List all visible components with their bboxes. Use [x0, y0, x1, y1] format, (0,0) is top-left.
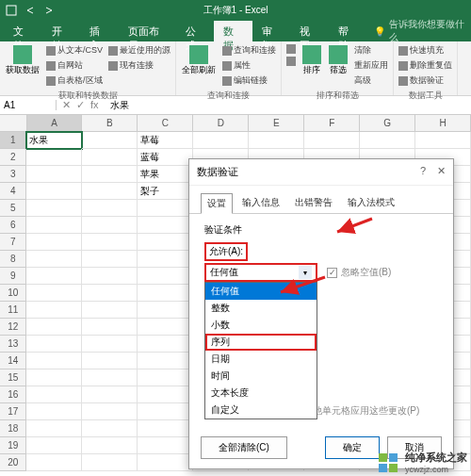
- cell[interactable]: [26, 403, 82, 420]
- remove-duplicates-button[interactable]: 删除重复值: [398, 58, 453, 73]
- cell[interactable]: [304, 132, 360, 149]
- col-header-H[interactable]: H: [415, 115, 471, 132]
- name-box[interactable]: A1: [0, 100, 57, 110]
- row-header[interactable]: 12: [0, 319, 26, 336]
- cell[interactable]: [82, 437, 138, 454]
- cell[interactable]: [82, 336, 138, 353]
- cell[interactable]: [138, 420, 193, 437]
- sort-desc-button[interactable]: [285, 56, 297, 67]
- dropdown-item-any[interactable]: 任何值: [205, 283, 317, 300]
- cell[interactable]: [82, 251, 138, 268]
- cell[interactable]: [249, 132, 304, 149]
- cell[interactable]: [26, 454, 82, 471]
- cell[interactable]: [82, 234, 138, 251]
- tab-file[interactable]: 文件: [4, 21, 42, 41]
- cell[interactable]: [82, 166, 138, 183]
- sort-asc-button[interactable]: [285, 43, 297, 55]
- cell[interactable]: [138, 302, 193, 319]
- cell[interactable]: [26, 166, 82, 183]
- row-header[interactable]: 11: [0, 302, 26, 319]
- refresh-all-button[interactable]: 全部刷新: [180, 43, 218, 88]
- cell[interactable]: [26, 420, 82, 437]
- cell[interactable]: [415, 132, 471, 149]
- formula-bar[interactable]: 水果: [105, 99, 471, 112]
- cell[interactable]: [82, 302, 138, 319]
- cell[interactable]: [82, 285, 138, 302]
- row-header[interactable]: 15: [0, 369, 26, 386]
- edit-links-button[interactable]: 编辑链接: [221, 74, 277, 88]
- tab-help[interactable]: 帮助: [329, 21, 367, 41]
- flash-fill-button[interactable]: 快速填充: [398, 43, 453, 57]
- clear-all-button[interactable]: 全部清除(C): [201, 436, 287, 459]
- row-header[interactable]: 5: [0, 200, 26, 217]
- row-header[interactable]: 3: [0, 166, 26, 183]
- advanced-filter-button[interactable]: 高级: [353, 74, 389, 88]
- dialog-help-icon[interactable]: ?: [420, 165, 426, 179]
- cell[interactable]: [138, 454, 193, 471]
- tab-layout[interactable]: 页面布局: [119, 21, 176, 41]
- clear-filter-button[interactable]: 清除: [353, 43, 389, 57]
- enter-formula-icon[interactable]: ✓: [76, 99, 85, 111]
- cell[interactable]: [82, 353, 138, 369]
- cell[interactable]: [82, 386, 138, 403]
- dialog-tab-error[interactable]: 出错警告: [289, 193, 338, 214]
- cell[interactable]: [138, 268, 193, 285]
- cell[interactable]: 苹果: [138, 166, 193, 183]
- cell[interactable]: [26, 336, 82, 353]
- cell[interactable]: [138, 200, 193, 217]
- col-header-G[interactable]: G: [360, 115, 415, 132]
- row-header[interactable]: 9: [0, 268, 26, 285]
- cell[interactable]: 草莓: [138, 132, 193, 149]
- cell[interactable]: [26, 200, 82, 217]
- cell[interactable]: [138, 403, 193, 420]
- cell[interactable]: [26, 302, 82, 319]
- cell[interactable]: [26, 217, 82, 234]
- cell[interactable]: [82, 200, 138, 217]
- dropdown-item-time[interactable]: 时间: [205, 368, 317, 385]
- tab-data[interactable]: 数据: [214, 21, 252, 41]
- cell[interactable]: [82, 183, 138, 200]
- cell[interactable]: [82, 454, 138, 471]
- reapply-button[interactable]: 重新应用: [353, 58, 389, 73]
- row-header[interactable]: 8: [0, 251, 26, 268]
- from-table-button[interactable]: 自表格/区域: [45, 74, 104, 88]
- cell[interactable]: [82, 369, 138, 386]
- ok-button[interactable]: 确定: [325, 436, 380, 459]
- sort-button[interactable]: 排序: [300, 43, 323, 88]
- redo-icon[interactable]: [43, 5, 55, 16]
- filter-button[interactable]: 筛选: [327, 43, 349, 88]
- dropdown-item-date[interactable]: 日期: [205, 351, 317, 368]
- col-header-E[interactable]: E: [249, 115, 304, 132]
- col-header-A[interactable]: A: [27, 115, 83, 132]
- row-header[interactable]: 20: [0, 454, 26, 471]
- tab-view[interactable]: 视图: [290, 21, 329, 41]
- cell[interactable]: 梨子: [138, 183, 193, 200]
- from-web-button[interactable]: 自网站: [45, 58, 104, 73]
- cell[interactable]: [26, 285, 82, 302]
- cell[interactable]: [82, 149, 138, 166]
- row-header[interactable]: 6: [0, 217, 26, 234]
- cell[interactable]: [26, 183, 82, 200]
- dropdown-item-custom[interactable]: 自定义: [205, 402, 317, 419]
- col-header-B[interactable]: B: [82, 115, 138, 132]
- cancel-formula-icon[interactable]: ✕: [62, 99, 71, 111]
- cell[interactable]: [138, 386, 193, 403]
- row-header[interactable]: 19: [0, 437, 26, 454]
- cell[interactable]: 蓝莓: [138, 149, 193, 166]
- cell[interactable]: [26, 319, 82, 336]
- cell[interactable]: [26, 251, 82, 268]
- cell[interactable]: [138, 285, 193, 302]
- cell[interactable]: [82, 319, 138, 336]
- row-header[interactable]: 7: [0, 234, 26, 251]
- allow-combobox[interactable]: 任何值 ▾: [204, 263, 317, 282]
- row-header[interactable]: 17: [0, 403, 26, 420]
- cell[interactable]: 水果: [26, 132, 82, 149]
- cell[interactable]: [82, 217, 138, 234]
- cell[interactable]: [138, 369, 193, 386]
- save-icon[interactable]: [6, 5, 17, 16]
- from-text-csv-button[interactable]: 从文本/CSV: [45, 43, 104, 57]
- col-header-F[interactable]: F: [304, 115, 360, 132]
- properties-button[interactable]: 属性: [221, 58, 277, 73]
- row-header[interactable]: 16: [0, 386, 26, 403]
- cell[interactable]: [193, 132, 249, 149]
